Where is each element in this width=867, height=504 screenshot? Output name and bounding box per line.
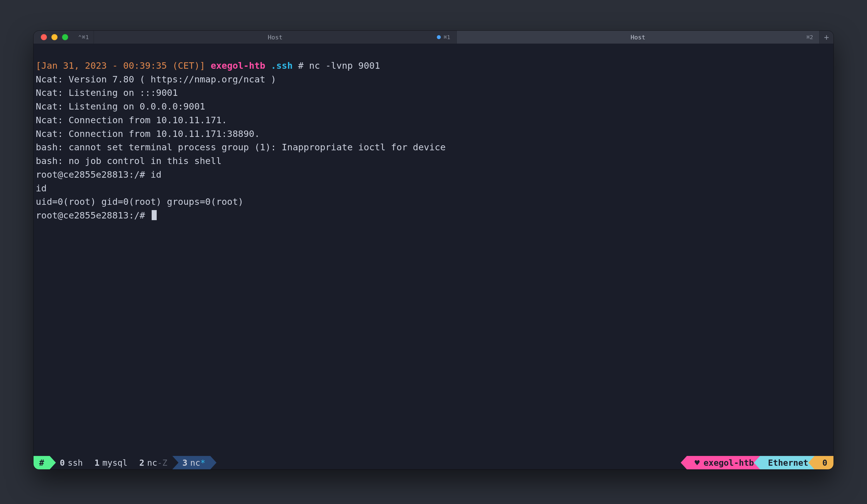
output-line: Ncat: Listening on 0.0.0.0:9001	[36, 101, 205, 112]
output-line: uid=0(root) gid=0(root) groups=0(root)	[36, 196, 244, 207]
add-tab-button[interactable]: +	[820, 31, 834, 44]
titlebar: ⌃⌘1 Host ⌘1 Host ⌘2 +	[33, 31, 834, 44]
tab-2[interactable]: Host ⌘2	[457, 31, 820, 44]
output-line: bash: cannot set terminal process group …	[36, 142, 446, 152]
output-line: id	[36, 183, 47, 194]
close-icon[interactable]	[41, 34, 47, 40]
status-session: ♥ exegol-htb	[687, 456, 760, 469]
output-line: Ncat: Connection from 10.10.11.171.	[36, 115, 227, 126]
output-line: Ncat: Connection from 10.10.11.171:38890…	[36, 129, 260, 139]
status-spacer	[210, 456, 687, 469]
tab-shortcut-hint: ⌃⌘1	[74, 31, 94, 44]
modified-dot-icon	[437, 35, 441, 39]
status-network: Ethernet	[760, 456, 814, 469]
tab-shortcut: ⌘1	[437, 34, 450, 41]
status-right-num: 0	[814, 456, 834, 469]
zoom-icon[interactable]	[62, 34, 68, 40]
tab-1[interactable]: Host ⌘1	[94, 31, 457, 44]
minimize-icon[interactable]	[51, 34, 57, 40]
cursor-icon	[152, 210, 157, 220]
terminal-output[interactable]: [Jan 31, 2023 - 00:39:35 (CET)] exegol-h…	[33, 44, 834, 456]
tab-title: Host	[268, 34, 283, 41]
shell-prompt: root@ce2855e28813:/#	[36, 210, 157, 221]
tmux-window-1[interactable]: 1 mysql	[88, 456, 132, 469]
heart-icon: ♥	[695, 458, 700, 468]
terminal-window: ⌃⌘1 Host ⌘1 Host ⌘2 + [Jan 31, 2023 - 00…	[33, 31, 834, 469]
prompt-line: [Jan 31, 2023 - 00:39:35 (CET)] exegol-h…	[36, 60, 380, 71]
tab-shortcut: ⌘2	[806, 34, 813, 41]
status-prefix: #	[33, 456, 50, 469]
output-line: Ncat: Version 7.80 ( https://nmap.org/nc…	[36, 74, 276, 85]
traffic-lights	[33, 31, 74, 44]
output-line: Ncat: Listening on :::9001	[36, 87, 178, 98]
output-line: bash: no job control in this shell	[36, 156, 222, 166]
output-line: root@ce2855e28813:/# id	[36, 169, 161, 180]
tab-title: Host	[631, 34, 645, 41]
tmux-statusbar: # 0 ssh 1 mysql 2 nc-Z 3 nc* ♥ exegol-ht…	[33, 456, 834, 469]
